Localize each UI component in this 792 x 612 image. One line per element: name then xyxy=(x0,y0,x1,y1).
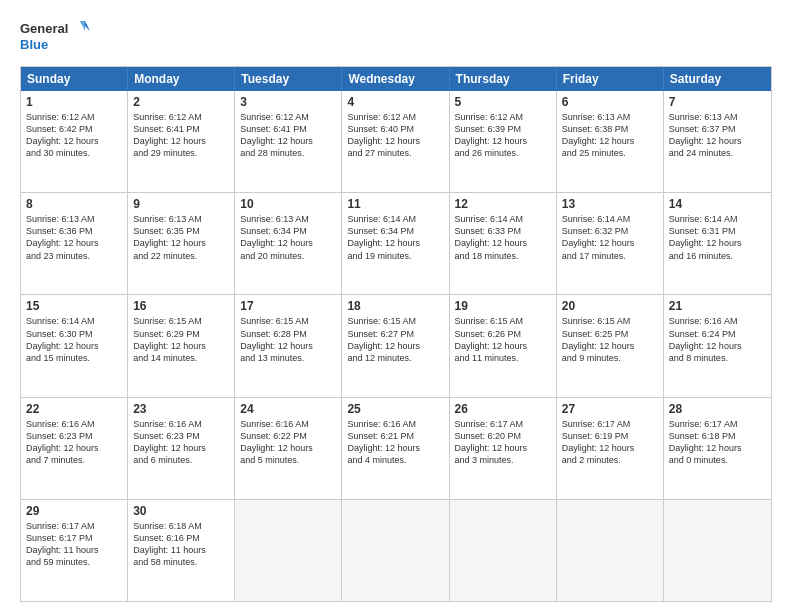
calendar-cell: 5Sunrise: 6:12 AMSunset: 6:39 PMDaylight… xyxy=(450,91,557,192)
day-number: 21 xyxy=(669,299,766,313)
weekday-header: Monday xyxy=(128,67,235,91)
calendar-cell: 11Sunrise: 6:14 AMSunset: 6:34 PMDayligh… xyxy=(342,193,449,294)
calendar-cell: 3Sunrise: 6:12 AMSunset: 6:41 PMDaylight… xyxy=(235,91,342,192)
calendar-row: 15Sunrise: 6:14 AMSunset: 6:30 PMDayligh… xyxy=(21,294,771,396)
calendar-cell xyxy=(557,500,664,601)
day-info: Sunrise: 6:14 AMSunset: 6:33 PMDaylight:… xyxy=(455,213,551,262)
day-number: 27 xyxy=(562,402,658,416)
calendar-cell: 22Sunrise: 6:16 AMSunset: 6:23 PMDayligh… xyxy=(21,398,128,499)
calendar-page: General Blue SundayMondayTuesdayWednesda… xyxy=(0,0,792,612)
day-number: 10 xyxy=(240,197,336,211)
day-info: Sunrise: 6:16 AMSunset: 6:24 PMDaylight:… xyxy=(669,315,766,364)
day-number: 6 xyxy=(562,95,658,109)
calendar-cell: 13Sunrise: 6:14 AMSunset: 6:32 PMDayligh… xyxy=(557,193,664,294)
calendar-cell: 8Sunrise: 6:13 AMSunset: 6:36 PMDaylight… xyxy=(21,193,128,294)
day-info: Sunrise: 6:15 AMSunset: 6:27 PMDaylight:… xyxy=(347,315,443,364)
day-info: Sunrise: 6:12 AMSunset: 6:41 PMDaylight:… xyxy=(240,111,336,160)
calendar-row: 8Sunrise: 6:13 AMSunset: 6:36 PMDaylight… xyxy=(21,192,771,294)
calendar-cell: 20Sunrise: 6:15 AMSunset: 6:25 PMDayligh… xyxy=(557,295,664,396)
day-info: Sunrise: 6:16 AMSunset: 6:22 PMDaylight:… xyxy=(240,418,336,467)
day-number: 13 xyxy=(562,197,658,211)
day-info: Sunrise: 6:13 AMSunset: 6:35 PMDaylight:… xyxy=(133,213,229,262)
day-info: Sunrise: 6:14 AMSunset: 6:30 PMDaylight:… xyxy=(26,315,122,364)
calendar-cell xyxy=(450,500,557,601)
day-number: 30 xyxy=(133,504,229,518)
day-number: 24 xyxy=(240,402,336,416)
day-number: 11 xyxy=(347,197,443,211)
day-info: Sunrise: 6:15 AMSunset: 6:29 PMDaylight:… xyxy=(133,315,229,364)
calendar-cell: 18Sunrise: 6:15 AMSunset: 6:27 PMDayligh… xyxy=(342,295,449,396)
calendar-row: 22Sunrise: 6:16 AMSunset: 6:23 PMDayligh… xyxy=(21,397,771,499)
calendar-cell: 6Sunrise: 6:13 AMSunset: 6:38 PMDaylight… xyxy=(557,91,664,192)
calendar-cell: 15Sunrise: 6:14 AMSunset: 6:30 PMDayligh… xyxy=(21,295,128,396)
svg-text:General: General xyxy=(20,21,68,36)
day-info: Sunrise: 6:13 AMSunset: 6:34 PMDaylight:… xyxy=(240,213,336,262)
svg-text:Blue: Blue xyxy=(20,37,48,52)
weekday-header: Wednesday xyxy=(342,67,449,91)
day-info: Sunrise: 6:14 AMSunset: 6:31 PMDaylight:… xyxy=(669,213,766,262)
day-info: Sunrise: 6:14 AMSunset: 6:32 PMDaylight:… xyxy=(562,213,658,262)
calendar-cell: 26Sunrise: 6:17 AMSunset: 6:20 PMDayligh… xyxy=(450,398,557,499)
general-blue-logo: General Blue xyxy=(20,16,90,56)
day-number: 5 xyxy=(455,95,551,109)
day-info: Sunrise: 6:17 AMSunset: 6:19 PMDaylight:… xyxy=(562,418,658,467)
day-number: 4 xyxy=(347,95,443,109)
day-number: 22 xyxy=(26,402,122,416)
svg-marker-3 xyxy=(80,21,85,31)
calendar-cell: 27Sunrise: 6:17 AMSunset: 6:19 PMDayligh… xyxy=(557,398,664,499)
calendar-cell: 17Sunrise: 6:15 AMSunset: 6:28 PMDayligh… xyxy=(235,295,342,396)
day-number: 7 xyxy=(669,95,766,109)
calendar-cell: 23Sunrise: 6:16 AMSunset: 6:23 PMDayligh… xyxy=(128,398,235,499)
day-info: Sunrise: 6:15 AMSunset: 6:25 PMDaylight:… xyxy=(562,315,658,364)
day-info: Sunrise: 6:13 AMSunset: 6:38 PMDaylight:… xyxy=(562,111,658,160)
calendar-cell: 12Sunrise: 6:14 AMSunset: 6:33 PMDayligh… xyxy=(450,193,557,294)
calendar-cell: 2Sunrise: 6:12 AMSunset: 6:41 PMDaylight… xyxy=(128,91,235,192)
calendar-cell: 10Sunrise: 6:13 AMSunset: 6:34 PMDayligh… xyxy=(235,193,342,294)
calendar-grid: SundayMondayTuesdayWednesdayThursdayFrid… xyxy=(20,66,772,602)
day-number: 20 xyxy=(562,299,658,313)
day-number: 28 xyxy=(669,402,766,416)
day-info: Sunrise: 6:17 AMSunset: 6:20 PMDaylight:… xyxy=(455,418,551,467)
calendar-cell: 9Sunrise: 6:13 AMSunset: 6:35 PMDaylight… xyxy=(128,193,235,294)
day-number: 29 xyxy=(26,504,122,518)
day-number: 19 xyxy=(455,299,551,313)
day-info: Sunrise: 6:18 AMSunset: 6:16 PMDaylight:… xyxy=(133,520,229,569)
day-info: Sunrise: 6:15 AMSunset: 6:28 PMDaylight:… xyxy=(240,315,336,364)
day-number: 25 xyxy=(347,402,443,416)
weekday-header: Tuesday xyxy=(235,67,342,91)
calendar-cell xyxy=(235,500,342,601)
day-number: 26 xyxy=(455,402,551,416)
calendar-cell: 7Sunrise: 6:13 AMSunset: 6:37 PMDaylight… xyxy=(664,91,771,192)
logo: General Blue xyxy=(20,16,90,56)
day-info: Sunrise: 6:17 AMSunset: 6:18 PMDaylight:… xyxy=(669,418,766,467)
weekday-header: Thursday xyxy=(450,67,557,91)
calendar-body: 1Sunrise: 6:12 AMSunset: 6:42 PMDaylight… xyxy=(21,91,771,601)
day-number: 12 xyxy=(455,197,551,211)
calendar-cell xyxy=(664,500,771,601)
calendar-cell: 24Sunrise: 6:16 AMSunset: 6:22 PMDayligh… xyxy=(235,398,342,499)
day-info: Sunrise: 6:15 AMSunset: 6:26 PMDaylight:… xyxy=(455,315,551,364)
day-number: 8 xyxy=(26,197,122,211)
calendar-cell: 14Sunrise: 6:14 AMSunset: 6:31 PMDayligh… xyxy=(664,193,771,294)
day-info: Sunrise: 6:12 AMSunset: 6:41 PMDaylight:… xyxy=(133,111,229,160)
calendar-cell: 19Sunrise: 6:15 AMSunset: 6:26 PMDayligh… xyxy=(450,295,557,396)
page-header: General Blue xyxy=(20,16,772,56)
day-info: Sunrise: 6:16 AMSunset: 6:23 PMDaylight:… xyxy=(133,418,229,467)
day-info: Sunrise: 6:12 AMSunset: 6:40 PMDaylight:… xyxy=(347,111,443,160)
day-number: 16 xyxy=(133,299,229,313)
calendar-row: 29Sunrise: 6:17 AMSunset: 6:17 PMDayligh… xyxy=(21,499,771,601)
calendar-header: SundayMondayTuesdayWednesdayThursdayFrid… xyxy=(21,67,771,91)
calendar-cell: 16Sunrise: 6:15 AMSunset: 6:29 PMDayligh… xyxy=(128,295,235,396)
day-number: 1 xyxy=(26,95,122,109)
calendar-cell: 30Sunrise: 6:18 AMSunset: 6:16 PMDayligh… xyxy=(128,500,235,601)
day-number: 9 xyxy=(133,197,229,211)
day-number: 23 xyxy=(133,402,229,416)
calendar-cell xyxy=(342,500,449,601)
day-number: 14 xyxy=(669,197,766,211)
weekday-header: Saturday xyxy=(664,67,771,91)
weekday-header: Sunday xyxy=(21,67,128,91)
day-number: 15 xyxy=(26,299,122,313)
calendar-row: 1Sunrise: 6:12 AMSunset: 6:42 PMDaylight… xyxy=(21,91,771,192)
day-info: Sunrise: 6:13 AMSunset: 6:36 PMDaylight:… xyxy=(26,213,122,262)
calendar-cell: 21Sunrise: 6:16 AMSunset: 6:24 PMDayligh… xyxy=(664,295,771,396)
